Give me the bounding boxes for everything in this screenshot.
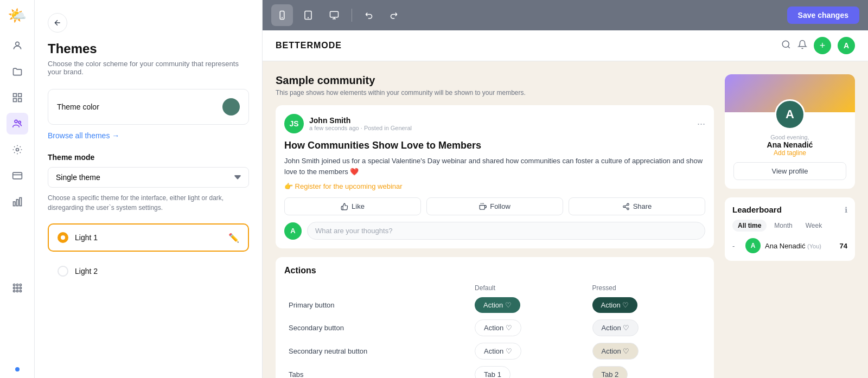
leaderboard-info-icon: ℹ bbox=[845, 206, 847, 214]
svg-point-32 bbox=[623, 206, 625, 208]
toolbar: Save changes bbox=[263, 0, 868, 30]
lb-tab-week[interactable]: Week bbox=[800, 220, 827, 232]
nav-icon-chart[interactable] bbox=[7, 191, 28, 213]
secondary-default-cell: Action ♡ bbox=[470, 316, 588, 339]
color-dot[interactable] bbox=[222, 98, 240, 116]
lb-avatar: A bbox=[745, 238, 761, 253]
theme-option-light1[interactable]: Light 1 ✏️ bbox=[48, 223, 249, 252]
post-link[interactable]: 👉 Register for the upcoming webinar bbox=[284, 182, 403, 190]
col-action-label bbox=[284, 282, 470, 294]
svg-line-35 bbox=[625, 204, 627, 206]
neutral-default-button[interactable]: Action ♡ bbox=[475, 343, 521, 360]
neutral-pressed-button[interactable]: Action ♡ bbox=[592, 343, 639, 360]
post-card: JS John Smith a few seconds ago · Posted… bbox=[276, 105, 714, 248]
view-profile-button[interactable]: View profile bbox=[733, 162, 846, 180]
nav-icon-community[interactable] bbox=[7, 113, 28, 134]
follow-button[interactable]: Follow bbox=[426, 197, 563, 215]
tab2-button[interactable]: Tab 2 bbox=[592, 366, 628, 378]
actions-title: Actions bbox=[284, 266, 705, 276]
add-button[interactable]: + bbox=[814, 37, 831, 54]
redo-button[interactable] bbox=[382, 4, 404, 26]
add-tagline-link[interactable]: Add tagline bbox=[774, 149, 806, 157]
theme-option-light2[interactable]: Light 2 bbox=[48, 257, 249, 285]
lb-tab-month[interactable]: Month bbox=[769, 220, 797, 232]
svg-point-6 bbox=[18, 121, 21, 123]
primary-default-cell: Action ♡ bbox=[470, 294, 588, 316]
theme-mode-select[interactable]: Single theme Multi theme bbox=[48, 167, 249, 188]
post-author-info: John Smith a few seconds ago · Posted in… bbox=[309, 116, 412, 131]
more-options-icon[interactable]: ··· bbox=[697, 118, 705, 130]
theme-color-label: Theme color bbox=[57, 102, 99, 111]
light2-label: Light 2 bbox=[75, 267, 239, 276]
greeting-text: Good evening, bbox=[770, 134, 809, 140]
bell-icon[interactable] bbox=[797, 40, 807, 52]
action-row-primary: Primary button Action ♡ Action ♡ bbox=[284, 294, 705, 316]
neutral-button-label: Secondary neutral button bbox=[284, 339, 470, 363]
tab2-cell: Tab 2 bbox=[588, 363, 705, 378]
svg-point-17 bbox=[20, 287, 21, 289]
community-header: BETTERMODE + A bbox=[263, 30, 868, 61]
sample-community-desc: This page shows how elements within your… bbox=[276, 89, 714, 97]
leaderboard-card: Leaderboard ℹ All time Month Week - A An… bbox=[725, 197, 855, 261]
like-label: Like bbox=[352, 202, 365, 210]
post-body: John Smith joined us for a special Valen… bbox=[284, 156, 705, 177]
toolbar-left bbox=[271, 4, 404, 26]
desktop-device-button[interactable] bbox=[323, 4, 345, 26]
svg-point-12 bbox=[13, 284, 15, 285]
comment-input[interactable]: What are your thoughts? bbox=[307, 222, 705, 240]
undo-button[interactable] bbox=[359, 4, 380, 26]
actions-table: Default Pressed Primary button Action ♡ bbox=[284, 282, 705, 378]
leaderboard-title: Leaderboard bbox=[732, 205, 782, 214]
profile-avatar-area: A Good evening, Ana Nenadić Add tagline … bbox=[725, 99, 855, 189]
svg-point-33 bbox=[627, 208, 629, 210]
col-pressed-header: Pressed bbox=[588, 282, 705, 294]
secondary-button-label: Secondary button bbox=[284, 316, 470, 339]
action-row-secondary: Secondary button Action ♡ Action ♡ bbox=[284, 316, 705, 339]
svg-point-13 bbox=[16, 284, 18, 285]
primary-pressed-button[interactable]: Action ♡ bbox=[592, 297, 638, 313]
primary-default-button[interactable]: Action ♡ bbox=[475, 297, 520, 313]
svg-point-31 bbox=[627, 203, 629, 206]
nav-icon-folder[interactable] bbox=[7, 61, 28, 82]
primary-pressed-cell: Action ♡ bbox=[588, 294, 705, 316]
edit-light1-icon[interactable]: ✏️ bbox=[228, 233, 239, 243]
tab1-button[interactable]: Tab 1 bbox=[475, 366, 510, 378]
sample-community-title: Sample community bbox=[276, 74, 714, 87]
like-button[interactable]: Like bbox=[284, 197, 421, 215]
neutral-default-cell: Action ♡ bbox=[470, 339, 588, 363]
back-button[interactable] bbox=[48, 13, 67, 33]
neutral-pressed-cell: Action ♡ bbox=[588, 339, 705, 363]
community-logo: BETTERMODE bbox=[276, 41, 342, 50]
secondary-default-button[interactable]: Action ♡ bbox=[475, 319, 521, 336]
svg-point-0 bbox=[15, 42, 19, 46]
svg-rect-9 bbox=[13, 202, 15, 206]
profile-avatar: A bbox=[775, 99, 805, 130]
svg-point-15 bbox=[13, 287, 15, 289]
commenter-avatar: A bbox=[284, 222, 302, 240]
browse-themes-link[interactable]: Browse all themes → bbox=[48, 131, 249, 140]
follow-label: Follow bbox=[490, 202, 510, 210]
user-avatar-button[interactable]: A bbox=[838, 37, 855, 54]
mode-description: Choose a specific theme for the interfac… bbox=[48, 193, 249, 213]
nav-icon-apps[interactable] bbox=[7, 277, 28, 299]
lb-tab-alltime[interactable]: All time bbox=[732, 220, 767, 232]
theme-color-row: Theme color bbox=[48, 89, 249, 125]
post-author-name: John Smith bbox=[309, 116, 412, 125]
svg-rect-8 bbox=[12, 172, 22, 179]
nav-icon-user[interactable] bbox=[7, 35, 28, 56]
light1-label: Light 1 bbox=[75, 233, 222, 242]
lb-rank: - bbox=[732, 242, 741, 250]
nav-icon-card[interactable] bbox=[7, 165, 28, 187]
nav-icon-grid[interactable] bbox=[7, 87, 28, 108]
mobile-device-button[interactable] bbox=[271, 4, 293, 26]
tablet-device-button[interactable] bbox=[297, 4, 319, 26]
svg-point-19 bbox=[16, 290, 18, 292]
save-changes-button[interactable]: Save changes bbox=[787, 7, 859, 24]
svg-point-5 bbox=[15, 120, 17, 123]
search-icon[interactable] bbox=[781, 40, 791, 52]
nav-icon-settings[interactable] bbox=[7, 139, 28, 161]
secondary-pressed-button[interactable]: Action ♡ bbox=[592, 319, 639, 336]
settings-subtitle: Choose the color scheme for your communi… bbox=[48, 60, 249, 76]
radio-inner-light1 bbox=[61, 235, 65, 240]
share-button[interactable]: Share bbox=[569, 197, 705, 215]
